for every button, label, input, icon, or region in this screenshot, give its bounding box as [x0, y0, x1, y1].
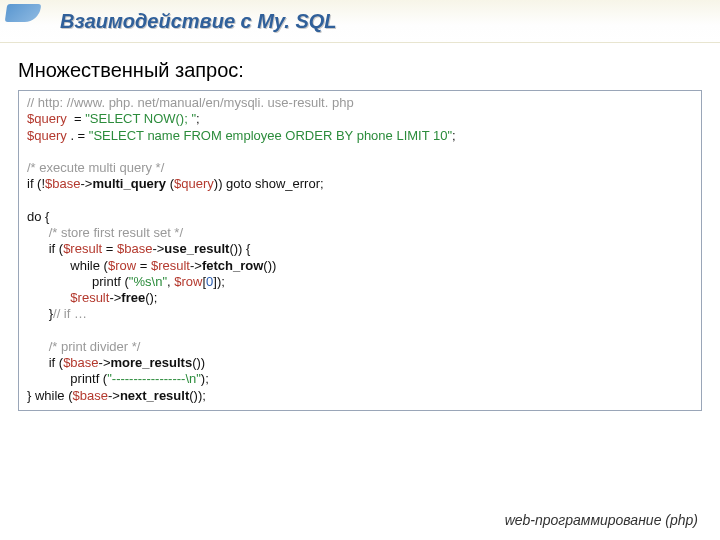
code-string: "SELECT name FROM employee ORDER BY phon…: [89, 128, 452, 143]
code-comment: // http: //www. php. net/manual/en/mysql…: [27, 95, 354, 110]
code-blank: [27, 193, 693, 209]
code-var: $base: [63, 355, 98, 370]
slide-title: Взаимодействие с My. SQL: [60, 10, 337, 33]
slide-header: Взаимодействие с My. SQL: [0, 0, 720, 43]
code-text: }: [27, 306, 53, 321]
code-var: $row: [174, 274, 202, 289]
code-method: next_result: [120, 388, 189, 403]
code-text: )) goto show_error;: [214, 176, 324, 191]
code-var: $base: [73, 388, 108, 403]
code-block: // http: //www. php. net/manual/en/mysql…: [18, 90, 702, 411]
code-var: $result: [63, 241, 106, 256]
code-op: ->: [190, 258, 202, 273]
section-heading: Множественный запрос:: [18, 59, 720, 82]
code-punct: ;: [196, 111, 200, 126]
code-text: printf (: [27, 371, 107, 386]
code-text: );: [201, 371, 209, 386]
code-string: "SELECT NOW(); ": [85, 111, 196, 126]
code-op: =: [106, 241, 117, 256]
footer-text: web-программирование (php): [505, 512, 698, 528]
code-text: do {: [27, 209, 49, 224]
code-text: ();: [145, 290, 157, 305]
code-op: =: [140, 258, 151, 273]
code-op: ->: [99, 355, 111, 370]
code-method: use_result: [164, 241, 229, 256]
code-text: if (: [27, 241, 63, 256]
code-method: free: [121, 290, 145, 305]
code-method: more_results: [110, 355, 192, 370]
code-comment: // if …: [53, 306, 87, 321]
code-comment: /* store first result set */: [27, 225, 183, 240]
code-op: ->: [109, 290, 121, 305]
code-text: ());: [189, 388, 206, 403]
code-var: $query: [27, 111, 70, 126]
code-text: ()): [263, 258, 276, 273]
code-comment: /* execute multi query */: [27, 160, 164, 175]
code-text: ()) {: [229, 241, 250, 256]
code-comment: /* print divider */: [27, 339, 140, 354]
logo-icon: [6, 4, 46, 34]
code-text: ()): [192, 355, 205, 370]
code-method: multi_query: [92, 176, 169, 191]
code-string: "%s\n": [129, 274, 167, 289]
code-var: $query: [174, 176, 214, 191]
code-op: =: [70, 111, 85, 126]
code-punct: ;: [452, 128, 456, 143]
code-op: ->: [152, 241, 164, 256]
code-text: printf (: [27, 274, 129, 289]
code-op: ->: [80, 176, 92, 191]
code-var: $base: [45, 176, 80, 191]
code-blank: [27, 144, 693, 160]
code-text: [27, 290, 70, 305]
code-text: if (!: [27, 176, 45, 191]
code-text: while (: [27, 258, 108, 273]
code-var: $base: [117, 241, 152, 256]
code-op: ->: [108, 388, 120, 403]
code-string: "-----------------\n": [107, 371, 201, 386]
code-text: ]);: [213, 274, 225, 289]
code-var: $row: [108, 258, 140, 273]
code-text: if (: [27, 355, 63, 370]
code-op: . =: [70, 128, 88, 143]
code-var: $result: [151, 258, 190, 273]
code-var: $result: [70, 290, 109, 305]
code-var: $query: [27, 128, 70, 143]
code-text: } while (: [27, 388, 73, 403]
code-method: fetch_row: [202, 258, 263, 273]
code-blank: [27, 323, 693, 339]
